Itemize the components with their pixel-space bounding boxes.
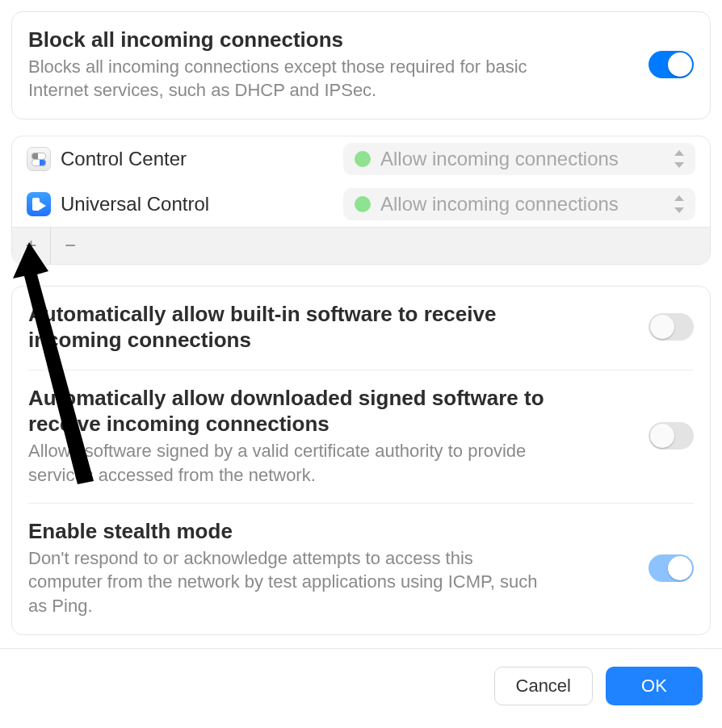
chevrons-icon [673,195,686,213]
app-policy-label: Allow incoming connections [380,148,663,170]
option-signed-desc: Allows software signed by a valid certif… [28,439,545,487]
status-dot-allow [355,196,371,212]
block-all-card: Block all incoming connections Blocks al… [11,11,711,119]
action-bar: Cancel OK [0,648,722,728]
block-all-desc: Blocks all incoming connections except t… [28,55,545,103]
app-list-footer: + − [12,227,710,264]
option-stealth-title: Enable stealth mode [28,518,632,545]
option-signed-title: Automatically allow downloaded signed so… [28,385,594,437]
app-list-card: Control Center Allow incoming connection… [11,136,711,265]
option-builtin-toggle[interactable] [649,313,694,341]
ok-button[interactable]: OK [606,667,703,705]
control-center-icon [27,147,51,171]
app-policy-popup[interactable]: Allow incoming connections [343,188,695,220]
cancel-button[interactable]: Cancel [494,667,593,705]
options-card: Automatically allow built-in software to… [11,286,711,635]
block-all-toggle[interactable] [649,51,694,78]
status-dot-allow [355,151,371,167]
block-all-title: Block all incoming connections [28,27,632,53]
app-policy-popup[interactable]: Allow incoming connections [343,143,695,175]
option-signed-toggle[interactable] [649,422,694,450]
app-name: Control Center [61,148,187,170]
remove-app-button[interactable]: − [51,228,90,264]
option-stealth-desc: Don't respond to or acknowledge attempts… [28,546,545,618]
app-row-universal-control[interactable]: Universal Control Allow incoming connect… [12,182,710,227]
chevrons-icon [673,150,686,168]
app-name: Universal Control [61,193,209,215]
add-app-button[interactable]: + [12,228,51,264]
app-policy-label: Allow incoming connections [380,193,663,215]
universal-control-icon [27,192,51,216]
option-stealth-toggle[interactable] [649,554,694,582]
app-row-control-center[interactable]: Control Center Allow incoming connection… [12,136,710,182]
option-builtin-title: Automatically allow built-in software to… [28,301,577,354]
